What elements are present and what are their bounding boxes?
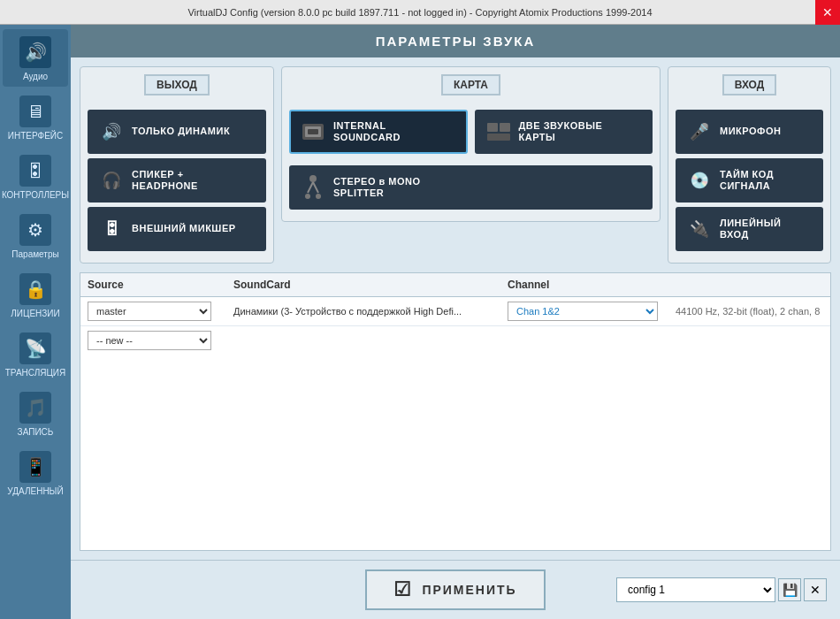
title-text: VirtualDJ Config (version 8.0.0 pc build…: [187, 7, 652, 18]
sidebar-item-audio[interactable]: 🔊 Аудио: [3, 29, 68, 87]
new-row: -- new --: [80, 326, 830, 355]
stereo-mono-label: СТЕРЕО в MONOSPLITTER: [333, 176, 421, 199]
bottom-bar: ☑ ПРИМЕНИТЬ config 1 config 2 config 3 💾…: [71, 560, 840, 619]
headphone-icon: 🎧: [98, 167, 125, 194]
mixer-icon: 🎛: [98, 216, 125, 242]
broadcast-icon: 📡: [19, 332, 51, 364]
speaker-icon: 🔊: [98, 118, 125, 145]
source-cell: master: [88, 302, 233, 321]
sidebar-label-remote: УДАЛЕННЫЙ: [7, 486, 63, 496]
sidebar-label-controllers: КОНТРОЛЛЕРЫ: [2, 190, 69, 200]
microphone-icon: 🎤: [686, 118, 713, 145]
main-panel: ВЫХОД 🔊 ТОЛЬКО ДИНАМИК 🎧 СПИКЕР +HEADPHO…: [71, 57, 840, 560]
svg-point-6: [309, 175, 317, 182]
sidebar-label-license: ЛИЦЕНЗИИ: [11, 309, 59, 318]
speakers-only-button[interactable]: 🔊 ТОЛЬКО ДИНАМИК: [88, 110, 266, 154]
sidebar-item-interface[interactable]: 🖥 ИНТЕРФЕЙС: [3, 88, 68, 146]
timecode-icon: 💿: [686, 167, 713, 194]
apply-button[interactable]: ☑ ПРИМЕНИТЬ: [365, 569, 545, 610]
svg-rect-2: [308, 129, 318, 134]
card-label-wrap: КАРТА: [289, 74, 653, 103]
card-label: КАРТА: [441, 74, 500, 96]
sidebar-label-interface: ИНТЕРФЕЙС: [8, 131, 63, 141]
license-icon: 🔒: [19, 273, 51, 305]
interface-icon: 🖥: [19, 96, 51, 127]
page-title: ПАРАМЕТРЫ ЗВУКА: [71, 25, 840, 57]
soundcard-cell: Динамики (3- Устройство с поддержкой Hig…: [233, 306, 508, 317]
sidebar-item-license[interactable]: 🔒 ЛИЦЕНЗИИ: [3, 266, 68, 324]
svg-rect-4: [500, 123, 510, 132]
soundcard-icon: [300, 118, 326, 145]
external-mixer-label: ВНЕШНИЙ МИКШЕР: [132, 223, 236, 234]
apply-label: ПРИМЕНИТЬ: [422, 583, 516, 597]
input-label-wrap: ВХОД: [676, 74, 823, 103]
sidebar-item-settings[interactable]: ⚙ Параметры: [3, 207, 68, 264]
config-area: config 1 config 2 config 3 💾 ✕: [616, 577, 827, 602]
svg-point-10: [316, 194, 321, 199]
audio-icon: 🔊: [19, 36, 51, 68]
routing-table: Source SoundCard Channel master Динамики…: [80, 272, 831, 551]
app-body: 🔊 Аудио 🖥 ИНТЕРФЕЙС 🎛 КОНТРОЛЛЕРЫ ⚙ Пара…: [0, 25, 840, 619]
stereo-mono-button[interactable]: СТЕРЕО в MONOSPLITTER: [289, 165, 653, 210]
settings-icon: ⚙: [19, 214, 51, 246]
svg-point-9: [305, 194, 310, 199]
channel-select[interactable]: Chan 1&2 Chan 182: [508, 302, 658, 321]
sidebar-item-broadcast[interactable]: 📡 ТРАНСЛЯЦИЯ: [3, 325, 68, 383]
input-label: ВХОД: [722, 74, 777, 96]
sidebar: 🔊 Аудио 🖥 ИНТЕРФЕЙС 🎛 КОНТРОЛЛЕРЫ ⚙ Пара…: [0, 25, 71, 619]
soundcard-value: Динамики (3- Устройство с поддержкой Hig…: [233, 306, 499, 317]
sidebar-item-record[interactable]: 🎵 ЗАПИСЬ: [3, 385, 68, 442]
title-bar: VirtualDJ Config (version 8.0.0 pc build…: [0, 0, 840, 25]
output-section: ВЫХОД 🔊 ТОЛЬКО ДИНАМИК 🎧 СПИКЕР +HEADPHO…: [80, 66, 274, 264]
speaker-headphone-button[interactable]: 🎧 СПИКЕР +HEADPHONE: [88, 158, 266, 203]
sidebar-label-broadcast: ТРАНСЛЯЦИЯ: [5, 368, 65, 378]
record-icon: 🎵: [19, 392, 51, 424]
new-source-select[interactable]: -- new --: [88, 331, 211, 350]
channel-cell: Chan 1&2 Chan 182: [508, 302, 676, 321]
save-config-button[interactable]: 💾: [778, 578, 801, 601]
remote-icon: 📱: [19, 451, 51, 483]
close-button[interactable]: ✕: [815, 0, 840, 25]
content-area: ПАРАМЕТРЫ ЗВУКА ВЫХОД 🔊 ТОЛЬКО ДИНАМИК 🎧: [71, 25, 840, 619]
speakers-only-label: ТОЛЬКО ДИНАМИК: [132, 126, 230, 137]
external-mixer-button[interactable]: 🎛 ВНЕШНИЙ МИКШЕР: [88, 207, 266, 251]
timecode-label: ТАЙМ КОД СИГНАЛА: [720, 169, 813, 192]
sidebar-item-controllers[interactable]: 🎛 КОНТРОЛЛЕРЫ: [3, 148, 68, 205]
internal-soundcard-button[interactable]: INTERNALSOUNDCARD: [289, 110, 468, 154]
col-source-header: Source: [88, 279, 233, 291]
line-in-button[interactable]: 🔌 ЛИНЕЙНЫЙ ВХОД: [676, 207, 823, 251]
speaker-headphone-label: СПИКЕР +HEADPHONE: [132, 169, 198, 192]
col-soundcard-header: SoundCard: [233, 279, 508, 291]
output-label: ВЫХОД: [144, 74, 210, 96]
svg-rect-3: [487, 123, 498, 132]
delete-icon: ✕: [810, 583, 821, 597]
config-select[interactable]: config 1 config 2 config 3: [616, 577, 775, 602]
two-soundcards-button[interactable]: ДВЕ ЗВУКОВЫЕ КАРТЫ: [475, 110, 653, 154]
splitter-icon: [300, 174, 326, 201]
col-channel-header: Channel: [508, 279, 676, 291]
controllers-icon: 🎛: [19, 155, 51, 187]
card-section: КАРТА INTERNALSOUNDCARD: [281, 66, 661, 222]
info-cell: 44100 Hz, 32-bit (float), 2 chan, 8: [676, 305, 823, 317]
svg-line-7: [308, 182, 313, 193]
source-select[interactable]: master: [88, 302, 211, 321]
sidebar-item-remote[interactable]: 📱 УДАЛЕННЫЙ: [3, 444, 68, 501]
svg-rect-5: [487, 134, 510, 141]
table-row: master Динамики (3- Устройство с поддерж…: [80, 297, 830, 326]
internal-soundcard-label: INTERNALSOUNDCARD: [333, 120, 401, 143]
sidebar-label-record: ЗАПИСЬ: [18, 427, 54, 437]
apply-icon: ☑: [393, 578, 413, 601]
line-in-icon: 🔌: [686, 216, 713, 242]
info-value: 44100 Hz, 32-bit (float), 2 chan, 8: [676, 306, 820, 317]
microphone-label: МИКРОФОН: [720, 126, 781, 137]
sidebar-label-audio: Аудио: [23, 72, 48, 81]
audio-sections: ВЫХОД 🔊 ТОЛЬКО ДИНАМИК 🎧 СПИКЕР +HEADPHO…: [80, 66, 831, 264]
microphone-button[interactable]: 🎤 МИКРОФОН: [676, 110, 823, 154]
two-cards-icon: [485, 118, 512, 145]
delete-config-button[interactable]: ✕: [804, 578, 827, 601]
input-section: ВХОД 🎤 МИКРОФОН 💿 ТАЙМ КОД СИГНАЛА 🔌 ЛИН…: [668, 66, 831, 264]
col-info-header: [676, 279, 823, 291]
close-icon: ✕: [822, 5, 833, 19]
timecode-button[interactable]: 💿 ТАЙМ КОД СИГНАЛА: [676, 158, 823, 203]
save-icon: 💾: [783, 583, 798, 597]
